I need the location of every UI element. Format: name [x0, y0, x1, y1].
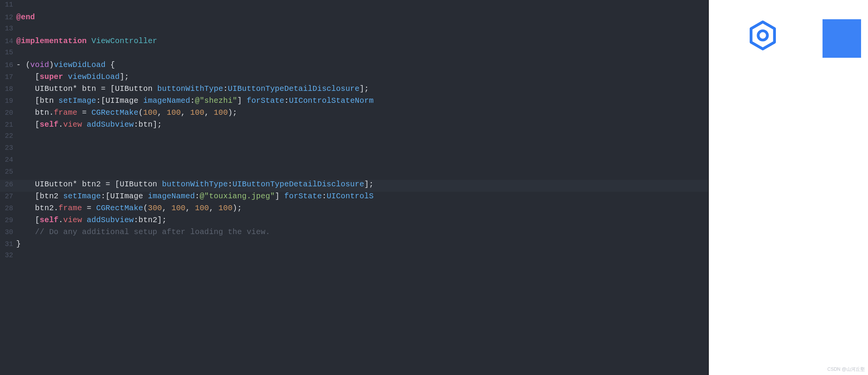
code-content[interactable]: btn.frame = CGRectMake(100, 100, 100, 10…: [16, 108, 237, 117]
watermark-text: CSDN @山河丘壑: [827, 366, 865, 373]
line-number: 27: [0, 193, 16, 200]
code-content[interactable]: btn2.frame = CGRectMake(300, 100, 100, 1…: [16, 204, 242, 213]
line-number: 20: [0, 109, 16, 117]
svg-marker-0: [751, 22, 775, 49]
line-number: 11: [0, 1, 16, 8]
line-number: 29: [0, 216, 16, 224]
code-line[interactable]: 32: [0, 251, 708, 263]
code-line[interactable]: 22: [0, 132, 708, 144]
line-number: 23: [0, 144, 16, 152]
code-content[interactable]: UIButton* btn2 = [UIButton buttonWithTyp…: [16, 180, 373, 189]
code-line[interactable]: 21 [self.view addSubview:btn];: [0, 120, 708, 132]
code-content[interactable]: UIButton* btn = [UIButton buttonWithType…: [16, 84, 369, 93]
line-number: 12: [0, 13, 16, 21]
simulator-button-shezhi[interactable]: [745, 19, 780, 54]
line-number: 17: [0, 73, 16, 81]
simulator-view: [709, 0, 868, 375]
code-line[interactable]: 24: [0, 156, 708, 168]
hex-gear-icon: [747, 20, 778, 53]
code-line[interactable]: 14@implementation ViewController: [0, 37, 708, 49]
code-line[interactable]: 18 UIButton* btn = [UIButton buttonWithT…: [0, 84, 708, 96]
code-line[interactable]: 31}: [0, 239, 708, 251]
code-content[interactable]: - (void)viewDidLoad {: [16, 60, 115, 69]
line-number: 21: [0, 121, 16, 129]
code-line[interactable]: 17 [super viewDidLoad];: [0, 72, 708, 84]
line-number: 30: [0, 228, 16, 236]
code-content[interactable]: [btn2 setImage:[UIImage imageNamed:@"tou…: [16, 192, 373, 201]
ios-simulator-pane: CSDN @山河丘壑: [708, 0, 868, 375]
line-number: 15: [0, 49, 16, 56]
line-number: 31: [0, 240, 16, 248]
code-line[interactable]: 15: [0, 49, 708, 60]
code-content[interactable]: [self.view addSubview:btn];: [16, 120, 162, 129]
code-content[interactable]: @implementation ViewController: [16, 37, 157, 45]
line-number: 19: [0, 97, 16, 105]
code-content[interactable]: [super viewDidLoad];: [16, 72, 129, 81]
code-line[interactable]: 28 btn2.frame = CGRectMake(300, 100, 100…: [0, 204, 708, 216]
code-content[interactable]: @end: [16, 13, 35, 22]
line-number: 18: [0, 85, 16, 93]
code-content[interactable]: // Do any additional setup after loading…: [16, 228, 270, 236]
code-line[interactable]: 26 UIButton* btn2 = [UIButton buttonWith…: [0, 180, 708, 192]
code-content[interactable]: }: [16, 239, 21, 248]
code-line[interactable]: 29 [self.view addSubview:btn2];: [0, 216, 708, 228]
svg-point-1: [758, 31, 767, 40]
code-line[interactable]: 19 [btn setImage:[UIImage imageNamed:@"s…: [0, 96, 708, 108]
code-line[interactable]: 20 btn.frame = CGRectMake(100, 100, 100,…: [0, 108, 708, 120]
line-number: 32: [0, 251, 16, 259]
code-line[interactable]: 27 [btn2 setImage:[UIImage imageNamed:@"…: [0, 192, 708, 204]
code-editor-pane[interactable]: 1112@end1314@implementation ViewControll…: [0, 0, 708, 375]
code-line[interactable]: 11: [0, 1, 708, 13]
line-number: 13: [0, 25, 16, 32]
line-number: 16: [0, 61, 16, 69]
code-line[interactable]: 16- (void)viewDidLoad {: [0, 60, 708, 72]
app-root: 1112@end1314@implementation ViewControll…: [0, 0, 868, 375]
code-content[interactable]: [btn setImage:[UIImage imageNamed:@"shez…: [16, 96, 373, 105]
line-number: 24: [0, 156, 16, 164]
code-line[interactable]: 12@end: [0, 13, 708, 25]
code-content[interactable]: [self.view addSubview:btn2];: [16, 216, 167, 224]
line-number: 22: [0, 132, 16, 140]
line-number: 14: [0, 37, 16, 45]
code-line[interactable]: 13: [0, 25, 708, 37]
line-number: 25: [0, 168, 16, 176]
code-area[interactable]: 1112@end1314@implementation ViewControll…: [0, 0, 708, 263]
code-line[interactable]: 23: [0, 144, 708, 156]
simulator-button-touxiang[interactable]: [823, 19, 861, 58]
line-number: 28: [0, 204, 16, 212]
code-line[interactable]: 30 // Do any additional setup after load…: [0, 228, 708, 239]
code-line[interactable]: 25: [0, 168, 708, 180]
line-number: 26: [0, 181, 16, 188]
